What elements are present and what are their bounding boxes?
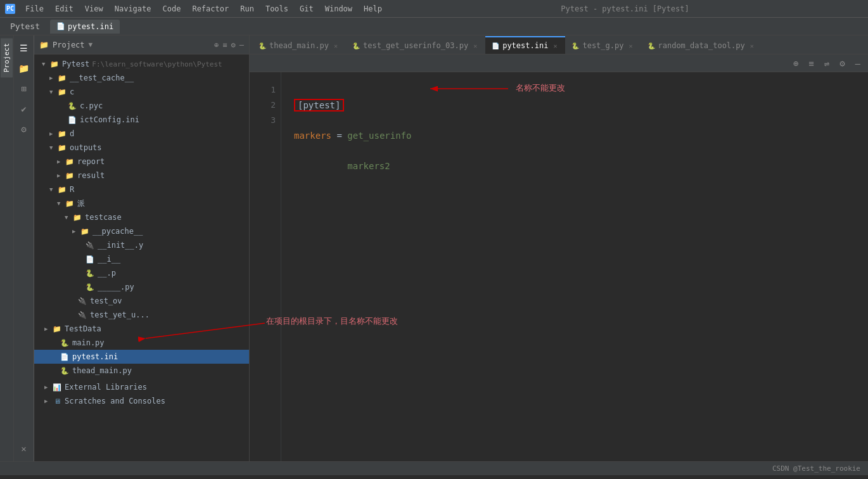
item-label: testcase: [85, 213, 122, 222]
menu-git[interactable]: Git: [295, 3, 319, 15]
tab-pytest-ini[interactable]: 📄 pytest.ini ✕: [485, 36, 565, 54]
menu-edit[interactable]: Edit: [50, 3, 79, 15]
navigate-icon[interactable]: ⊕: [791, 57, 801, 70]
item-label: test_ov: [90, 297, 122, 305]
menu-window[interactable]: Window: [320, 3, 357, 15]
tab-ini-icon: 📄: [56, 22, 65, 30]
minimize-icon[interactable]: —: [239, 41, 244, 49]
list-item[interactable]: ▶ 📁 __test_cache__: [34, 71, 249, 85]
list-item[interactable]: ▶ 📁 d: [34, 127, 249, 141]
item-label: __pycache__: [93, 227, 143, 236]
file-icon: 🔌: [85, 240, 95, 250]
tab-label: test_g.py: [582, 41, 623, 50]
menu-code[interactable]: Code: [158, 3, 186, 15]
folder-icon: 📁: [80, 226, 90, 236]
list-item[interactable]: ▼ 📁 派: [34, 196, 249, 210]
gear-icon[interactable]: ⚙: [231, 41, 236, 49]
tab-close-btn[interactable]: ✕: [748, 41, 756, 51]
pytest-label[interactable]: Pytest: [5, 19, 45, 34]
list-item[interactable]: 🔌 test_ov: [34, 294, 249, 308]
code-editor[interactable]: [pytest] markers = get_userinfo markers2: [281, 72, 868, 461]
folder-icon: 📁: [52, 324, 62, 334]
folder-icon: 📁: [57, 143, 67, 153]
tab-test-getuserinfo[interactable]: 🐍 test_get_userinfo_03.py ✕: [346, 36, 485, 54]
vertical-tabs: Project: [0, 35, 14, 461]
list-item[interactable]: ▶ 📁 report: [34, 155, 249, 169]
collapse-icon[interactable]: ≡: [222, 41, 227, 49]
external-libraries-item[interactable]: ▶ 📊 External Libraries: [34, 380, 249, 394]
settings-toolbar-icon[interactable]: ⚙: [837, 57, 847, 70]
item-label: result: [77, 171, 105, 180]
arrow: ▼: [49, 186, 57, 193]
project-header-label: Project: [53, 41, 85, 49]
tab-thead-main[interactable]: 🐍 thead_main.py ✕: [252, 36, 346, 54]
menu-file[interactable]: File: [20, 3, 49, 15]
menu-run[interactable]: Run: [235, 3, 259, 15]
item-label: d: [70, 129, 74, 138]
list-item[interactable]: 🐍 c.pyc: [34, 99, 249, 113]
menu-refactor[interactable]: Refactor: [187, 3, 234, 15]
list-item[interactable]: 🐍 main.py: [34, 336, 249, 350]
item-label: test_yet_u...: [90, 310, 150, 319]
menu-tools[interactable]: Tools: [260, 3, 293, 15]
tab-test-g[interactable]: 🐍 test_g.py ✕: [565, 36, 641, 54]
folder-icon: 📁: [57, 87, 67, 97]
item-label: TestData: [65, 324, 101, 333]
item-label: __init__.y: [98, 241, 143, 250]
menu-view[interactable]: View: [80, 3, 108, 15]
file-icon: 🔌: [77, 296, 87, 306]
tree-root[interactable]: ▼ 📁 Pytest F:\learn_software\python\Pyte…: [34, 57, 249, 71]
folder-icon-btn[interactable]: 📁: [16, 61, 32, 76]
root-arrow: ▼: [42, 61, 49, 67]
list-item[interactable]: 🐍 __.p: [34, 266, 249, 280]
close-icon[interactable]: ✕: [16, 441, 32, 456]
tab-close-btn[interactable]: ✕: [551, 41, 559, 51]
list-item[interactable]: 🔌 test_yet_u...: [34, 308, 249, 322]
tab-close-btn[interactable]: ✕: [471, 41, 479, 51]
arrow: ▶: [44, 326, 52, 332]
tab-py-icon: 🐍: [352, 42, 360, 49]
check-icon[interactable]: ✔: [16, 101, 32, 117]
project-vertical-tab[interactable]: Project: [1, 38, 13, 77]
menu-navigate[interactable]: Navigate: [110, 3, 156, 15]
list-item[interactable]: ▶ 📁 __pycache__: [34, 224, 249, 238]
list-item[interactable]: ▶ 📁 result: [34, 169, 249, 182]
folder-small-icon: 📁: [39, 41, 49, 49]
list-item[interactable]: 📄 ictConfig.ini: [34, 113, 249, 127]
hamburger-icon[interactable]: ☰: [16, 41, 32, 56]
list-item[interactable]: ▼ 📁 testcase: [34, 210, 249, 224]
list-item[interactable]: 🐍 thead_main.py: [34, 364, 249, 378]
tab-py-icon: 🐍: [258, 42, 266, 49]
dropdown-arrow[interactable]: ▼: [89, 41, 93, 49]
sync-icon[interactable]: ⊕: [214, 41, 219, 49]
folder-icon: 📁: [72, 212, 82, 222]
list-item[interactable]: 🐍 _____.py: [34, 280, 249, 294]
app-icon: PC: [5, 4, 15, 14]
settings-icon[interactable]: ⚙: [16, 122, 32, 137]
item-label: R: [70, 185, 74, 194]
tab-close-btn[interactable]: ✕: [627, 41, 634, 51]
list-item[interactable]: 📄 __i__: [34, 252, 249, 266]
main-area: Project ☰ 📁 ⊞ ✔ ⚙ ✕ 📁 Project ▼ ⊕ ≡ ⚙ — …: [0, 35, 868, 461]
list-item[interactable]: ▼ 📁 outputs: [34, 141, 249, 155]
list-item[interactable]: ▶ 📁 TestData: [34, 322, 249, 336]
item-label: pytest.ini: [72, 352, 118, 361]
list-item[interactable]: 🔌 __init__.y: [34, 238, 249, 252]
active-file-tab[interactable]: 📄 pytest.ini: [50, 20, 120, 34]
split-icon[interactable]: ⇌: [822, 57, 832, 70]
arrow: ▶: [49, 131, 57, 137]
tab-random-data[interactable]: 🐍 random_data_tool.py ✕: [641, 36, 762, 54]
item-label: __i__: [98, 255, 120, 264]
file-icon: 📄: [67, 115, 77, 125]
status-bar: CSDN @Test_the_rookie: [0, 461, 868, 475]
grid-icon[interactable]: ⊞: [16, 81, 32, 96]
minimize-toolbar-icon[interactable]: —: [853, 57, 863, 70]
list-item[interactable]: ▼ 📁 c: [34, 85, 249, 99]
list-icon[interactable]: ≡: [806, 57, 816, 70]
list-item[interactable]: ▼ 📁 R: [34, 182, 249, 196]
scratches-item[interactable]: ▶ 🖥 Scratches and Consoles: [34, 394, 249, 408]
menu-help[interactable]: Help: [359, 3, 387, 15]
selected-file-item[interactable]: 📄 pytest.ini: [34, 350, 249, 364]
tab-label: thead_main.py: [269, 41, 329, 50]
tab-close-btn[interactable]: ✕: [332, 41, 340, 51]
